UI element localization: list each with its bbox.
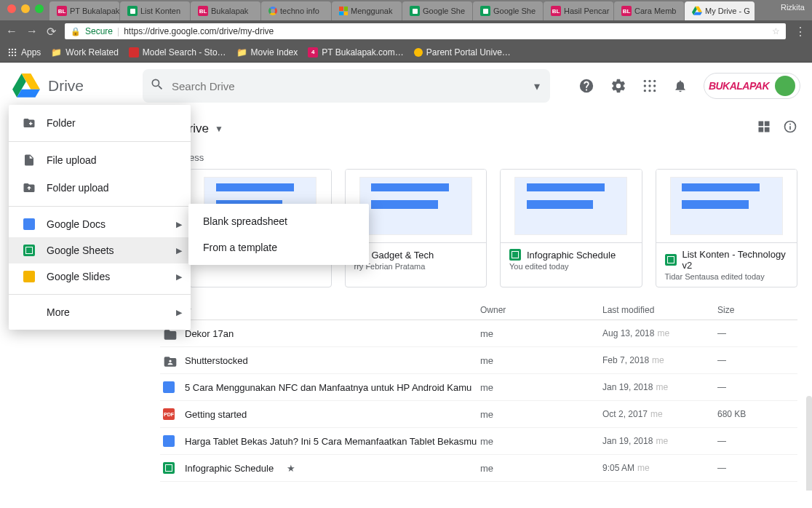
tab-label: techno info <box>280 7 319 15</box>
sheets-icon <box>665 254 677 266</box>
tab-favicon <box>127 6 138 16</box>
bookmark-star-icon[interactable]: ☆ <box>772 26 780 36</box>
url-text: https://drive.google.com/drive/my-drive <box>124 26 274 36</box>
minimize-window-button[interactable] <box>21 4 30 13</box>
menu-blank-spreadsheet[interactable]: Blank spreadsheet <box>188 208 369 234</box>
tab-favicon <box>339 7 348 15</box>
header-actions: BUKALAPAK <box>578 73 800 99</box>
svg-point-16 <box>648 90 650 92</box>
tab-label: Menggunak <box>351 7 393 15</box>
account-switcher[interactable]: BUKALAPAK <box>704 73 800 99</box>
sheets-submenu: Blank spreadsheet From a template <box>188 204 369 265</box>
menu-google-docs[interactable]: Google Docs ▶ <box>9 211 191 237</box>
browser-tab[interactable]: techno info <box>261 1 331 20</box>
breadcrumb-dropdown-icon[interactable]: ▼ <box>215 124 223 134</box>
svg-point-9 <box>644 80 646 82</box>
file-size: — <box>717 382 797 392</box>
menu-google-slides[interactable]: Google Slides ▶ <box>9 263 191 290</box>
bookmark-item[interactable]: 📁Work Related <box>51 47 118 57</box>
browser-tab-strip: Rizkita BLPT BukalapakList KontenBLBukal… <box>0 0 812 20</box>
bookmark-item[interactable]: Parent Portal Unive… <box>414 47 511 57</box>
search-options-icon[interactable]: ▾ <box>531 76 543 96</box>
notifications-icon[interactable] <box>673 79 688 93</box>
menu-google-sheets[interactable]: Google Sheets ▶ <box>9 237 191 263</box>
drive-title: Drive <box>48 77 84 95</box>
col-owner-header[interactable]: Owner <box>480 305 602 315</box>
apps-icon[interactable] <box>642 79 657 93</box>
search-box[interactable]: ▾ <box>143 69 550 103</box>
browser-menu-icon[interactable]: ⋮ <box>795 25 806 39</box>
file-row[interactable]: Dekor 17anmeAug 13, 2018me— <box>160 320 797 347</box>
view-details-icon[interactable] <box>783 119 797 138</box>
quick-access-card[interactable]: List Konten - Technology v2Tidar Sentaus… <box>656 169 798 287</box>
svg-rect-19 <box>765 122 770 127</box>
file-row[interactable]: 5 Cara Menggunakan NFC dan Manfaatnya un… <box>160 374 797 401</box>
browser-tab[interactable]: Google She <box>473 1 543 20</box>
bookmark-item[interactable]: 4PT Bukalapak.com… <box>308 47 404 57</box>
file-row[interactable]: Harga Tablet Bekas Jatuh? Ini 5 Cara Mem… <box>160 428 797 455</box>
col-size-header[interactable]: Size <box>717 305 797 315</box>
browser-tab[interactable]: BLPT Bukalapak <box>49 1 119 20</box>
menu-from-template[interactable]: From a template <box>188 234 369 261</box>
reload-button[interactable]: ⟳ <box>47 25 56 39</box>
col-modified-header[interactable]: Last modified <box>602 305 717 315</box>
tab-label: Google She <box>493 7 536 15</box>
gear-icon[interactable] <box>610 78 626 94</box>
secure-label: Secure <box>85 26 113 36</box>
browser-tab[interactable]: List Konten <box>120 1 190 20</box>
svg-point-12 <box>644 84 646 87</box>
file-owner: me <box>480 409 602 420</box>
tab-label: PT Bukalapak <box>70 7 119 15</box>
profile-name[interactable]: Rizkita <box>781 3 805 12</box>
drive-triangle-icon <box>12 74 41 98</box>
menu-new-folder[interactable]: Folder <box>9 109 191 137</box>
bookmark-item[interactable]: Apps <box>7 47 41 57</box>
menu-file-upload[interactable]: File upload <box>9 146 191 174</box>
folder-plus-icon <box>22 116 36 130</box>
menu-more[interactable]: More ▶ <box>9 299 191 325</box>
close-window-button[interactable] <box>7 4 16 13</box>
browser-tab[interactable]: Google She <box>402 1 472 20</box>
browser-tab[interactable]: BLCara Memb <box>614 1 684 20</box>
file-modified: Aug 13, 2018me <box>602 328 717 338</box>
file-modified: Jan 19, 2018me <box>602 382 717 392</box>
tab-favicon: BL <box>551 6 561 16</box>
bookmark-item[interactable]: Model Search - Sto… <box>129 47 226 57</box>
file-owner: me <box>480 436 602 447</box>
drive-logo[interactable]: Drive <box>12 74 143 98</box>
svg-point-5 <box>15 51 16 52</box>
zoom-window-button[interactable] <box>35 4 44 13</box>
shared-folder-icon <box>163 354 175 366</box>
browser-tab[interactable]: My Drive - G <box>685 1 755 20</box>
tab-label: Google She <box>423 7 465 15</box>
browser-tab[interactable]: Menggunak <box>332 1 402 20</box>
file-name: Infographic Schedule <box>185 463 274 474</box>
file-row[interactable]: ShutterstockedmeFeb 7, 2018me— <box>160 347 797 374</box>
file-name: Dekor 17an <box>185 328 234 339</box>
scrollbar[interactable] <box>806 396 812 491</box>
tab-favicon: BL <box>621 6 632 16</box>
file-owner: me <box>480 382 602 393</box>
chevron-right-icon: ▶ <box>176 246 182 255</box>
search-input[interactable] <box>172 80 524 92</box>
file-row[interactable]: PDFGetting startedmeOct 2, 2017me680 KB <box>160 401 797 428</box>
file-row[interactable]: Infographic Schedule ★me9:05 AMme— <box>160 455 797 482</box>
help-icon[interactable] <box>578 78 594 94</box>
card-subtitle: Tidar Sentausa edited today <box>665 272 789 281</box>
tab-favicon <box>410 6 420 16</box>
svg-point-17 <box>653 90 656 92</box>
browser-tab[interactable]: BLHasil Pencar <box>544 1 613 20</box>
file-modified: Oct 2, 2017me <box>602 409 717 419</box>
address-bar[interactable]: 🔒 Secure | https://drive.google.com/driv… <box>65 23 786 39</box>
tab-favicon <box>480 6 490 16</box>
card-title: Gadget & Tech <box>372 250 434 261</box>
forward-button[interactable]: → <box>26 25 38 38</box>
browser-tab[interactable]: BLBukalapak <box>191 1 260 20</box>
bookmark-item[interactable]: 📁Movie Index <box>236 47 298 57</box>
file-owner: me <box>480 328 602 339</box>
grid-view-icon[interactable] <box>757 119 771 138</box>
back-button[interactable]: ← <box>6 25 17 38</box>
quick-access-card[interactable]: Infographic ScheduleYou edited today <box>500 169 642 287</box>
file-row[interactable]: List Konten Gadget & Tech Yoga Guritno10… <box>160 482 797 491</box>
menu-folder-upload[interactable]: Folder upload <box>9 174 191 202</box>
